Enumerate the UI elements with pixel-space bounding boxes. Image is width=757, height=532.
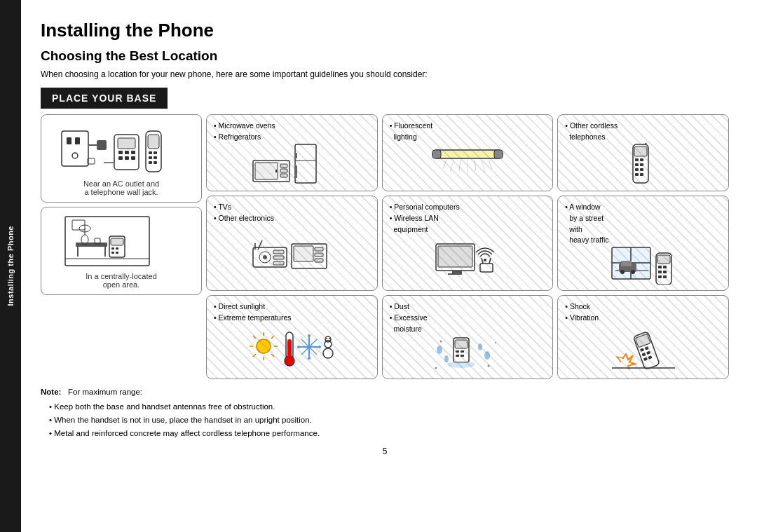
- svg-point-79: [263, 255, 267, 259]
- svg-rect-73: [294, 246, 313, 261]
- cell-fluorescent: • Fluorescent lighting: [382, 114, 554, 191]
- central-caption: In a centrally-locatedopen area.: [48, 272, 194, 289]
- svg-rect-74: [315, 247, 323, 251]
- good-locations-column: Near an AC outlet anda telephone wall ja…: [41, 114, 202, 379]
- notes-bullet-list: • Keep both the base and handset antenna…: [49, 401, 729, 440]
- svg-point-141: [437, 346, 442, 354]
- svg-line-92: [489, 258, 491, 264]
- sunlight-illustration: [214, 324, 370, 374]
- dust-illustration: [390, 334, 546, 373]
- svg-rect-105: [658, 271, 662, 273]
- dust-svg: [432, 334, 503, 373]
- svg-point-128: [318, 346, 321, 348]
- svg-rect-1: [67, 137, 71, 144]
- svg-point-142: [444, 355, 449, 362]
- cell-microwave: • Microwave ovens• Refrigerators: [206, 114, 378, 191]
- svg-rect-76: [315, 259, 323, 262]
- cordless-illustration: [565, 143, 721, 186]
- tvs-svg: [250, 233, 334, 275]
- central-illustration: [48, 213, 194, 269]
- svg-rect-9: [125, 151, 129, 154]
- cell-pc: • Personal computers• Wireless LAN equip…: [382, 196, 554, 291]
- note-item-2: • When the handset is not in use, place …: [49, 414, 729, 426]
- svg-rect-47: [280, 164, 287, 168]
- page-wrapper: Installing the Phone Installing the Phon…: [0, 0, 757, 532]
- notes-section: Note: For maximum range: • Keep both the…: [41, 386, 729, 439]
- svg-rect-103: [658, 266, 662, 268]
- svg-rect-52: [432, 150, 441, 158]
- microwave-illustration: [214, 143, 370, 186]
- svg-rect-62: [634, 146, 647, 156]
- svg-rect-49: [280, 174, 287, 177]
- svg-rect-151: [635, 334, 650, 347]
- svg-point-129: [323, 348, 333, 358]
- note-item-3: • Metal and reinforced concrete may affe…: [49, 428, 729, 439]
- svg-line-115: [271, 354, 274, 357]
- place-base-label: PLACE YOUR BASE: [41, 88, 168, 109]
- svg-rect-17: [154, 151, 157, 154]
- svg-rect-136: [455, 340, 468, 348]
- svg-point-149: [435, 367, 437, 369]
- svg-rect-25: [76, 243, 107, 247]
- svg-rect-75: [315, 253, 323, 257]
- shock-illustration: [565, 324, 721, 374]
- svg-rect-65: [635, 163, 639, 166]
- svg-rect-156: [643, 357, 648, 360]
- svg-rect-107: [658, 275, 662, 278]
- window-svg: [608, 246, 678, 285]
- svg-rect-81: [273, 256, 284, 259]
- section-title: Choosing the Best Location: [41, 48, 729, 64]
- sidebar-tab: Installing the Phone: [0, 0, 21, 532]
- pc-illustration: [390, 235, 546, 285]
- svg-line-91: [482, 258, 483, 264]
- note-header: Note: For maximum range:: [41, 386, 729, 398]
- microwave-text: • Microwave ovens• Refrigerators: [214, 121, 275, 143]
- svg-point-127: [297, 346, 300, 348]
- svg-point-99: [620, 270, 625, 274]
- svg-rect-10: [131, 151, 135, 154]
- cordless-text: • Other cordless telephones: [565, 121, 618, 143]
- cell-cordless: • Other cordless telephones: [557, 114, 729, 191]
- cell-sunlight: • Direct sunlight• Extreme temperatures: [206, 295, 378, 379]
- svg-line-114: [253, 336, 256, 339]
- svg-line-58: [450, 160, 453, 172]
- svg-rect-63: [635, 158, 639, 161]
- svg-rect-70: [640, 173, 643, 176]
- main-content: Installing the Phone Choosing the Best L…: [21, 0, 757, 532]
- shock-svg: [608, 327, 678, 369]
- svg-rect-35: [116, 247, 118, 250]
- svg-point-132: [326, 338, 327, 339]
- svg-rect-45: [255, 163, 278, 179]
- cell-shock: • Shock• Vibration: [557, 295, 729, 379]
- svg-line-84: [258, 240, 262, 250]
- svg-rect-139: [456, 355, 459, 357]
- sidebar-label: Installing the Phone: [6, 226, 15, 306]
- svg-rect-64: [640, 158, 643, 161]
- shock-text: • Shock• Vibration: [565, 301, 599, 324]
- page-number: 5: [41, 446, 729, 456]
- tvs-illustration: [214, 224, 370, 285]
- ac-outlet-svg: [58, 121, 184, 177]
- svg-rect-40: [295, 144, 316, 183]
- svg-rect-2: [75, 137, 80, 144]
- svg-rect-18: [149, 156, 152, 159]
- cell-central: In a centrally-locatedopen area.: [41, 207, 202, 295]
- tvs-text: • TVs• Other electronics: [214, 202, 274, 224]
- ac-outlet-caption: Near an AC outlet anda telephone wall ja…: [48, 179, 194, 196]
- svg-rect-153: [644, 346, 648, 350]
- cell-tvs: • TVs• Other electronics: [206, 196, 378, 291]
- svg-rect-68: [640, 168, 643, 171]
- microwave-svg: [250, 143, 334, 185]
- svg-rect-5: [97, 140, 107, 150]
- svg-rect-11: [118, 156, 123, 160]
- svg-rect-138: [461, 350, 464, 353]
- page-title: Installing the Phone: [41, 20, 729, 41]
- svg-line-71: [645, 143, 649, 144]
- svg-rect-7: [118, 138, 135, 149]
- svg-rect-104: [663, 266, 667, 268]
- svg-rect-155: [646, 351, 650, 355]
- cell-window: • A window by a street with heavy traffi…: [557, 196, 729, 291]
- svg-rect-21: [154, 161, 157, 164]
- svg-rect-102: [657, 255, 670, 264]
- svg-rect-86: [438, 246, 472, 267]
